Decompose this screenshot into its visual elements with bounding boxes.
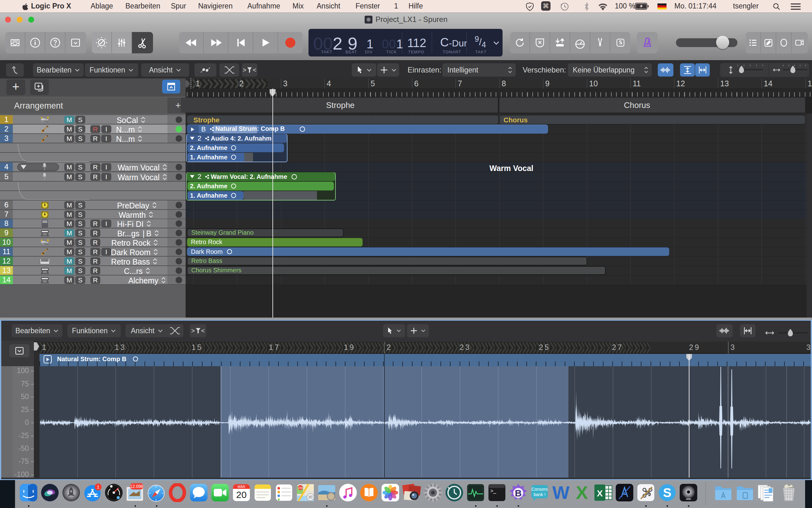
svg-text:280: 280 (298, 486, 302, 490)
svg-text:12.098: 12.098 (130, 484, 144, 489)
svg-text:>_: >_ (490, 488, 496, 494)
svg-text:X: X (576, 483, 588, 502)
svg-text:bank !: bank ! (534, 492, 545, 497)
svg-text:3D: 3D (308, 496, 313, 499)
svg-text:X: X (597, 489, 603, 498)
svg-text:S: S (663, 486, 672, 500)
svg-text:B: B (515, 488, 522, 498)
svg-text:1: 1 (97, 484, 99, 490)
svg-text:W: W (553, 483, 570, 502)
svg-text:Consors: Consors (531, 486, 548, 492)
svg-text:20: 20 (236, 490, 246, 500)
svg-text:MÄR: MÄR (238, 485, 245, 489)
